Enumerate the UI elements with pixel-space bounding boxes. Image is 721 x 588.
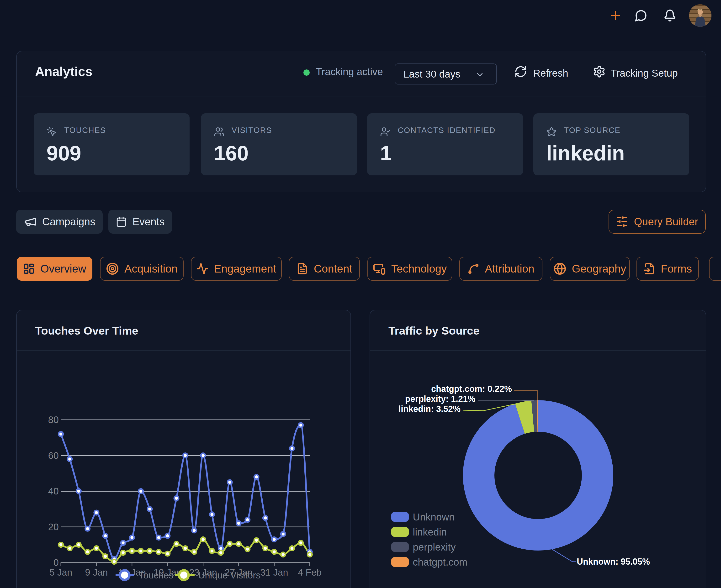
svg-text:perplexity: perplexity [413, 542, 456, 553]
svg-text:Touches: Touches [139, 570, 173, 580]
svg-text:0: 0 [54, 557, 59, 568]
svg-text:5 Jan: 5 Jan [49, 567, 72, 578]
svg-text:Unknown: Unknown [413, 511, 455, 523]
svg-text:Unique Visitors: Unique Visitors [198, 570, 261, 580]
svg-text:4 Feb: 4 Feb [298, 567, 322, 578]
svg-text:linkedin: linkedin [413, 526, 447, 538]
svg-text:chatgpt.com: chatgpt.com [413, 556, 468, 568]
svg-text:31 Jan: 31 Jan [260, 567, 288, 578]
svg-text:60: 60 [48, 450, 59, 461]
svg-text:linkedin: 3.52%: linkedin: 3.52% [398, 404, 460, 414]
svg-text:80: 80 [48, 415, 59, 425]
svg-text:Unknown: 95.05%: Unknown: 95.05% [577, 557, 650, 567]
svg-text:chatgpt.com: 0.22%: chatgpt.com: 0.22% [431, 384, 512, 394]
svg-text:perplexity: 1.21%: perplexity: 1.21% [405, 394, 475, 404]
svg-text:40: 40 [48, 486, 59, 496]
svg-text:9 Jan: 9 Jan [85, 567, 108, 578]
svg-text:20: 20 [48, 522, 59, 532]
